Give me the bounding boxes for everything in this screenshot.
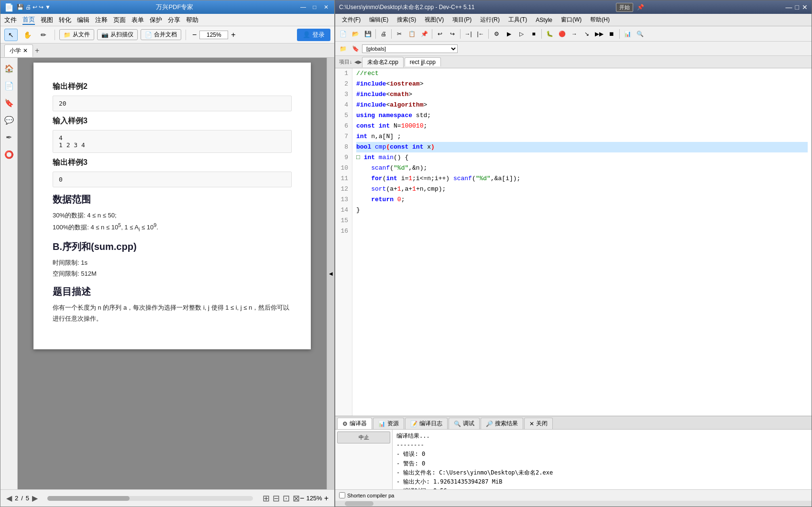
pdf-maximize-btn[interactable]: □ [310,3,319,11]
editor-find-btn[interactable]: 🔍 [634,28,646,40]
editor-pin-btn[interactable]: 📌 [637,4,644,11]
editor-menu-tools[interactable]: 工具(T) [505,15,531,25]
editor-stop-debug-btn[interactable]: ⏹ [606,28,617,40]
footer-zoom-plus[interactable]: + [324,494,329,503]
menu-form[interactable]: 表单 [132,16,144,24]
menu-file[interactable]: 文件 [4,16,17,24]
bottom-tab-debug[interactable]: 🔍 调试 [449,418,480,429]
pdf-tab-add-btn[interactable]: + [35,46,39,55]
bottom-tab-search[interactable]: 🔎 搜索结果 [481,418,523,429]
open-from-file-btn[interactable]: 📁 从文件 [59,29,94,40]
editor-extra-btn[interactable]: 开始 [616,3,633,12]
editor-menu-help[interactable]: 帮助(H) [586,15,614,25]
menu-home[interactable]: 首页 [22,15,35,25]
icon-dropdown[interactable]: ▼ [45,4,51,11]
footer-tool-4[interactable]: ⊠ [293,493,300,504]
editor-stop-btn[interactable]: ■ [528,28,539,40]
horizontal-scrollbar[interactable] [47,496,253,501]
from-scan-btn[interactable]: 📷 从扫描仪 [97,29,138,40]
editor-bookmark-icon[interactable]: 🔖 [350,43,361,54]
prev-page-btn[interactable]: ◀ [6,494,12,503]
merge-doc-btn[interactable]: 📄 合并文档 [141,29,181,40]
bottom-tab-compile-log[interactable]: 📝 编译日志 [405,418,448,429]
editor-redo-btn[interactable]: ↪ [447,28,458,40]
footer-tool-2[interactable]: ⊟ [273,493,280,504]
editor-menu-project[interactable]: 项目(P) [449,15,475,25]
editor-menu-search[interactable]: 搜索(S) [393,15,420,25]
pdf-collapse-btn[interactable]: ◀ [327,58,334,489]
editor-unindent-btn[interactable]: |← [475,28,486,40]
pdf-close-btn[interactable]: ✕ [322,3,330,11]
bottom-tab-compiler[interactable]: ⚙ 编译器 [337,418,372,429]
file-tab-2[interactable]: rect jjl.cpp [405,57,441,66]
editor-menu-file[interactable]: 文件(F) [338,15,364,25]
menu-share[interactable]: 分享 [168,16,180,24]
bottom-tab-close[interactable]: ✕ 关闭 [524,418,553,429]
sidebar-bookmark-icon[interactable]: 🔖 [2,96,16,109]
editor-indent-btn[interactable]: →| [462,28,474,40]
editor-maximize-btn[interactable]: □ [795,3,799,11]
sidebar-page-icon[interactable]: 📄 [2,79,16,92]
edit-tool-btn[interactable]: ✏ [37,29,50,41]
editor-undo-btn[interactable]: ↩ [434,28,446,40]
menu-edit[interactable]: 编辑 [77,16,89,24]
editor-save-btn[interactable]: 💾 [362,28,373,40]
menu-annotate[interactable]: 注释 [95,16,108,24]
zoom-value-display[interactable]: 125% [199,31,228,39]
editor-close-btn[interactable]: ✕ [802,3,808,11]
editor-menu-view[interactable]: 视图(V) [421,15,448,25]
editor-copy-btn[interactable]: 📋 [406,28,417,40]
bottom-tab-resources[interactable]: 📊 资源 [373,418,404,429]
editor-debug-btn[interactable]: 🐛 [544,28,555,40]
sidebar-comment-icon[interactable]: 💬 [2,113,16,127]
code-content[interactable]: //rect #include<iostream> #include<cmath… [352,68,812,416]
file-tab-1[interactable]: 未命名2.cpp [362,57,404,67]
editor-new-btn[interactable]: 📄 [337,28,349,40]
editor-compile-run-btn[interactable]: ▷ [516,28,527,40]
login-button[interactable]: 👤 登录 [297,29,330,41]
stop-compile-btn[interactable]: 中止 [337,431,390,443]
footer-tool-3[interactable]: ⊡ [283,493,290,504]
menu-view[interactable]: 视图 [41,16,53,24]
editor-step-btn[interactable]: → [569,28,580,40]
editor-menu-run[interactable]: 运行(R) [476,15,504,25]
bottom-horizontal-scrollbar[interactable] [335,501,812,507]
footer-tool-1[interactable]: ⊞ [263,493,270,504]
next-page-btn[interactable]: ▶ [32,494,38,503]
menu-help[interactable]: 帮助 [186,16,198,24]
editor-cut-btn[interactable]: ✂ [394,28,405,40]
pdf-minimize-btn[interactable]: — [299,3,307,11]
editor-project-icon[interactable]: 📁 [337,43,349,54]
pdf-tab-close-icon[interactable]: ✕ [23,47,28,54]
editor-profile-btn[interactable]: 📊 [622,28,633,40]
editor-step-into-btn[interactable]: ↘ [581,28,593,40]
editor-breakpoint-btn[interactable]: 🔴 [556,28,568,40]
editor-continue-btn[interactable]: ▶▶ [593,28,605,40]
editor-minimize-btn[interactable]: — [786,3,792,11]
pdf-tab-1[interactable]: 小学 ✕ [4,44,33,57]
icon-print[interactable]: 🖨 [25,4,31,11]
menu-page[interactable]: 页面 [113,16,126,24]
editor-menu-astyle[interactable]: AStyle [532,16,556,24]
editor-open-btn[interactable]: 📂 [350,28,361,40]
icon-save[interactable]: 💾 [17,4,24,11]
editor-paste-btn[interactable]: 📌 [418,28,430,40]
menu-convert[interactable]: 转化 [59,16,71,24]
editor-run-btn[interactable]: ▶ [503,28,515,40]
hand-tool-btn[interactable]: ✋ [21,29,34,41]
sidebar-pen-icon[interactable]: ✒ [2,130,16,144]
menu-protect[interactable]: 保护 [150,16,162,24]
footer-zoom-minus[interactable]: − [300,494,304,503]
tab-next-btn[interactable]: ▶ [358,59,362,65]
zoom-minus-btn[interactable]: − [190,31,198,39]
editor-menu-edit[interactable]: 编辑(E) [365,15,392,25]
shorten-compiler-checkbox[interactable] [339,492,345,498]
editor-menu-window[interactable]: 窗口(W) [557,15,585,25]
sidebar-circle-icon[interactable]: ⭕ [2,148,16,161]
sidebar-home-icon[interactable]: 🏠 [2,62,16,75]
editor-compile-btn[interactable]: ⚙ [491,28,502,40]
select-tool-btn[interactable]: ↖ [4,29,18,41]
icon-undo[interactable]: ↩ [33,4,37,11]
tab-prev-btn[interactable]: ◀ [354,59,358,65]
icon-redo[interactable]: ↪ [39,4,44,11]
